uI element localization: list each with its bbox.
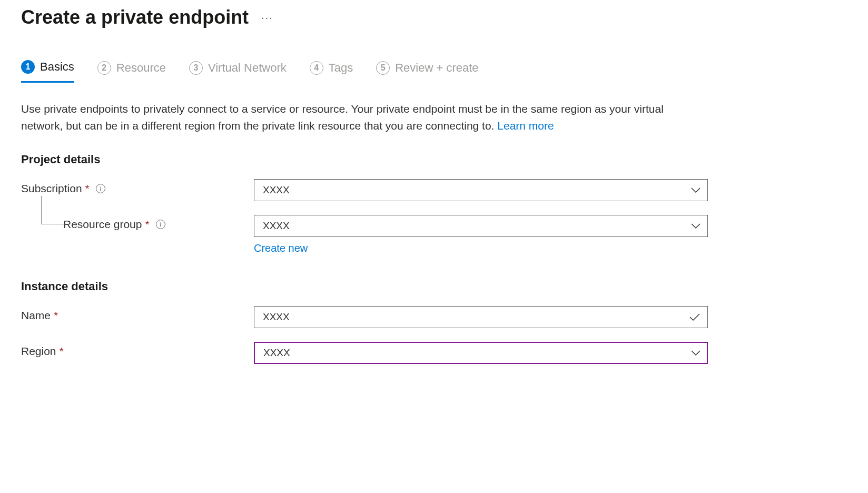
subscription-select-wrap: [254, 179, 708, 201]
subscription-row: Subscription * i: [21, 179, 847, 201]
resource-group-label-col: Resource group * i: [21, 215, 254, 231]
tab-number: 5: [376, 61, 390, 75]
tab-resource[interactable]: 2 Resource: [97, 60, 166, 83]
required-marker: *: [54, 309, 58, 322]
resource-group-select[interactable]: [254, 215, 708, 237]
resource-group-select-wrap: [254, 215, 708, 237]
name-input[interactable]: [254, 306, 708, 328]
subscription-select[interactable]: [254, 179, 708, 201]
create-new-link[interactable]: Create new: [254, 242, 308, 254]
description-body: Use private endpoints to privately conne…: [21, 103, 664, 132]
tab-label: Tags: [329, 61, 353, 75]
info-icon[interactable]: i: [156, 220, 165, 229]
required-marker: *: [145, 218, 149, 231]
tab-label: Basics: [40, 60, 74, 74]
subscription-label: Subscription: [21, 182, 82, 195]
info-icon[interactable]: i: [96, 184, 105, 193]
tab-label: Virtual Network: [208, 61, 287, 75]
name-label-col: Name *: [21, 306, 254, 322]
region-select[interactable]: [254, 342, 708, 364]
wizard-tabs: 1 Basics 2 Resource 3 Virtual Network 4 …: [21, 60, 847, 83]
tab-tags[interactable]: 4 Tags: [310, 60, 353, 83]
tab-number: 1: [21, 60, 35, 74]
tab-basics[interactable]: 1 Basics: [21, 60, 74, 83]
region-label: Region: [21, 345, 56, 358]
description-text: Use private endpoints to privately conne…: [21, 101, 706, 134]
tab-label: Review + create: [395, 61, 478, 75]
tab-review-create[interactable]: 5 Review + create: [376, 60, 478, 83]
subscription-label-col: Subscription * i: [21, 179, 254, 195]
tab-label: Resource: [116, 61, 166, 75]
instance-details-heading: Instance details: [21, 280, 847, 293]
resource-group-label: Resource group: [63, 218, 142, 231]
more-icon[interactable]: ···: [261, 12, 273, 24]
tab-number: 3: [189, 61, 203, 75]
required-marker: *: [60, 345, 64, 358]
tab-virtual-network[interactable]: 3 Virtual Network: [189, 60, 287, 83]
learn-more-link[interactable]: Learn more: [497, 120, 554, 132]
project-details-heading: Project details: [21, 153, 847, 166]
tab-number: 4: [310, 61, 323, 75]
tab-number: 2: [97, 61, 111, 75]
page-header: Create a private endpoint ···: [21, 6, 847, 28]
name-label: Name: [21, 309, 51, 322]
name-input-wrap: [254, 306, 708, 328]
region-row: Region *: [21, 342, 847, 364]
name-row: Name *: [21, 306, 847, 328]
required-marker: *: [85, 182, 90, 195]
page-title: Create a private endpoint: [21, 6, 249, 28]
indent-bracket-icon: [41, 196, 65, 224]
region-select-wrap: [254, 342, 708, 364]
resource-group-row: Resource group * i Create new: [21, 215, 847, 254]
region-label-col: Region *: [21, 342, 254, 358]
